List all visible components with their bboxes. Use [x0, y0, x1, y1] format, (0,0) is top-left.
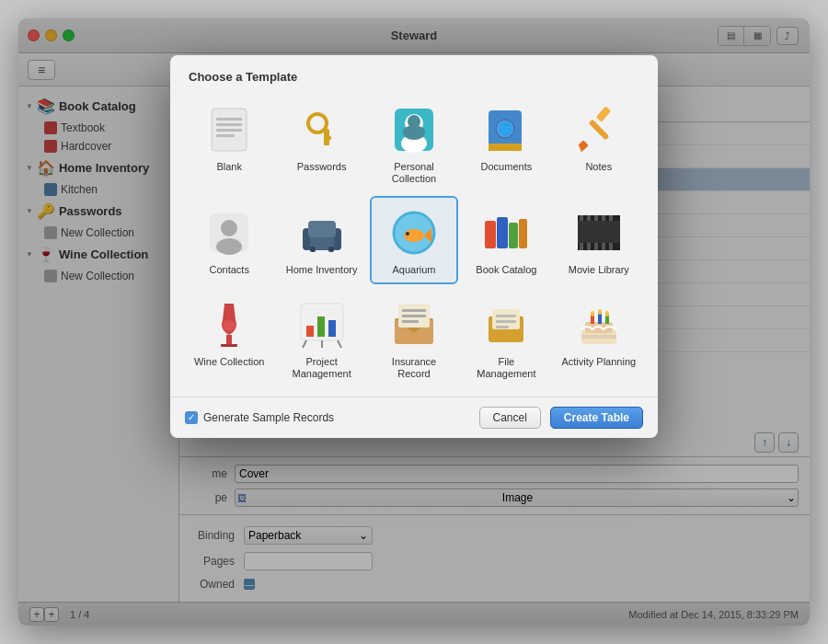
project-management-icon	[294, 297, 350, 352]
passwords-icon	[294, 102, 350, 157]
home-inventory-icon	[294, 205, 350, 260]
svg-line-61	[303, 340, 306, 348]
generate-sample-checkbox[interactable]: ✓	[185, 411, 198, 424]
file-management-icon	[478, 297, 534, 352]
svg-text:🌐: 🌐	[499, 121, 512, 135]
svg-rect-40	[519, 219, 527, 248]
project-management-label: Project Management	[282, 356, 360, 380]
svg-rect-72	[496, 315, 516, 317]
svg-rect-18	[489, 144, 522, 151]
svg-rect-8	[324, 142, 329, 145]
template-passwords[interactable]: Passwords	[277, 93, 365, 192]
svg-rect-69	[402, 320, 419, 323]
activity-planning-label: Activity Planning	[561, 356, 636, 368]
template-documents[interactable]: 🌐 Documents	[462, 93, 550, 192]
template-contacts[interactable]: Contacts	[185, 196, 273, 283]
insurance-record-icon	[386, 297, 442, 352]
svg-rect-55	[221, 344, 237, 347]
svg-rect-58	[306, 326, 314, 337]
book-catalog-label: Book Catalog	[476, 264, 536, 276]
svg-rect-54	[226, 335, 232, 344]
svg-point-5	[308, 114, 327, 132]
movie-library-icon	[571, 205, 627, 260]
template-grid: Blank Passwords	[170, 93, 658, 397]
svg-rect-47	[602, 215, 605, 221]
svg-rect-7	[324, 136, 331, 140]
svg-rect-38	[497, 217, 508, 248]
main-window: Steward ▤ ▦ ⤴ ≡ ⊕ ▼ 📚 Book Catalog	[18, 18, 810, 626]
svg-point-13	[403, 125, 425, 140]
generate-sample-label: Generate Sample Records	[203, 411, 334, 424]
svg-rect-52	[602, 243, 605, 250]
svg-rect-48	[609, 215, 613, 221]
svg-point-81	[598, 309, 602, 315]
personal-collection-label: Personal Collection	[375, 161, 453, 185]
svg-rect-49	[580, 243, 583, 250]
activity-planning-icon	[571, 297, 627, 352]
notes-label: Notes	[585, 161, 612, 173]
svg-rect-30	[310, 247, 316, 252]
svg-rect-50	[587, 243, 591, 250]
svg-rect-51	[594, 243, 598, 250]
svg-rect-53	[609, 243, 613, 250]
dialog-title: Choose a Template	[170, 55, 658, 93]
wine-collection-label: Wine Collection	[194, 356, 264, 368]
blank-label: Blank	[216, 161, 242, 173]
template-project-management[interactable]: Project Management	[277, 288, 365, 387]
notes-icon	[571, 102, 627, 157]
passwords-label: Passwords	[297, 161, 347, 173]
aquarium-label: Aquarium	[392, 264, 435, 276]
contacts-icon	[201, 205, 257, 260]
book-catalog-icon	[478, 205, 534, 260]
aquarium-icon	[386, 205, 442, 260]
generate-sample-row[interactable]: ✓ Generate Sample Records	[185, 411, 334, 424]
svg-rect-19	[596, 106, 611, 121]
blank-icon	[201, 102, 257, 157]
template-insurance-record[interactable]: Insurance Record	[370, 288, 458, 387]
dialog-overlay: Choose a Template Blank	[18, 18, 810, 626]
template-dialog: Choose a Template Blank	[170, 55, 658, 438]
svg-point-82	[605, 311, 609, 316]
svg-line-62	[338, 340, 341, 348]
svg-rect-37	[485, 221, 496, 248]
movie-library-label: Movie Library	[569, 264, 629, 276]
svg-rect-44	[580, 215, 583, 221]
svg-point-34	[404, 229, 424, 242]
svg-rect-60	[328, 320, 336, 337]
svg-point-80	[591, 311, 594, 316]
svg-rect-45	[587, 215, 591, 221]
documents-label: Documents	[481, 161, 533, 173]
svg-rect-2	[216, 123, 242, 126]
svg-rect-74	[496, 326, 509, 328]
template-file-management[interactable]: File Management	[462, 288, 550, 387]
svg-rect-20	[588, 120, 609, 141]
template-book-catalog[interactable]: Book Catalog	[462, 196, 550, 283]
personal-collection-icon	[386, 102, 442, 157]
svg-rect-42	[578, 215, 620, 221]
wine-collection-icon	[201, 297, 257, 352]
documents-icon: 🌐	[478, 102, 534, 157]
template-movie-library[interactable]: Movie Library	[555, 196, 643, 283]
svg-rect-46	[594, 215, 598, 221]
template-personal-collection[interactable]: Personal Collection	[370, 93, 458, 192]
create-table-button[interactable]: Create Table	[550, 407, 643, 429]
svg-rect-39	[509, 223, 518, 248]
svg-rect-29	[308, 221, 336, 237]
template-home-inventory[interactable]: Home Inventory	[277, 196, 365, 283]
svg-point-56	[222, 320, 236, 331]
svg-rect-83	[581, 335, 616, 339]
cancel-button[interactable]: Cancel	[479, 407, 541, 429]
svg-rect-73	[496, 320, 516, 323]
contacts-label: Contacts	[209, 264, 248, 276]
template-notes[interactable]: Notes	[555, 93, 643, 192]
svg-point-24	[221, 220, 237, 236]
template-activity-planning[interactable]: Activity Planning	[555, 288, 643, 387]
template-wine-collection[interactable]: Wine Collection	[185, 288, 273, 387]
file-management-label: File Management	[467, 356, 545, 380]
template-blank[interactable]: Blank	[185, 93, 273, 192]
svg-rect-3	[216, 129, 242, 132]
svg-rect-68	[402, 315, 426, 317]
template-aquarium[interactable]: Aquarium	[370, 196, 458, 283]
svg-rect-31	[328, 247, 334, 252]
svg-rect-4	[216, 134, 235, 137]
